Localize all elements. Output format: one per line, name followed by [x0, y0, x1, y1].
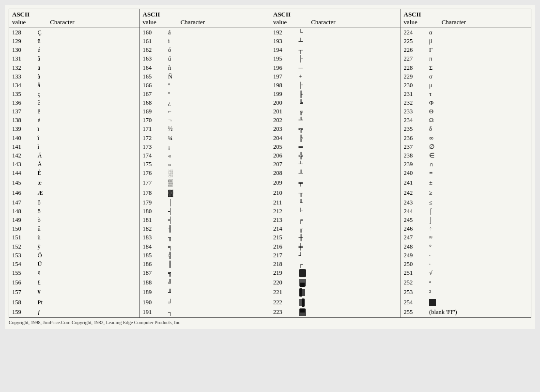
col2-row8-value: 168	[139, 98, 166, 107]
col4-row29-char: ²	[427, 288, 531, 298]
col1-row20-value: 148	[9, 207, 36, 216]
col3-row9-char: ╔	[297, 107, 401, 116]
col1-row26-char: Ü	[36, 260, 140, 268]
col4-row15-value: 239	[401, 160, 427, 169]
col4-row18-char: ≥	[427, 188, 531, 198]
col4-row12-char: ∞	[427, 134, 531, 142]
col1-row30-value: 158	[9, 298, 36, 308]
table-row: 144É176░208╨240≡	[9, 169, 531, 178]
col1-row9-char: ë	[36, 107, 140, 116]
col1-row24-value: 152	[9, 242, 36, 251]
col4-header-value: value	[404, 18, 417, 26]
col4-row9-char: Θ	[427, 107, 531, 116]
col3-row31-char: ▀	[297, 308, 401, 318]
col2-row31-value: 191	[139, 308, 166, 318]
table-row: 158Pt190╛222▐254■	[9, 298, 531, 308]
col1-row5-char: à	[36, 72, 140, 81]
col1-row16-value: 144	[9, 169, 36, 178]
col3-row20-char: ╘	[297, 207, 401, 216]
col2-row27-char: ╗	[166, 268, 270, 278]
table-row: 153Ö185╣217┘249·	[9, 251, 531, 260]
col3-row18-value: 210	[270, 188, 297, 198]
col2-row19-char: │	[166, 198, 270, 207]
col4-row0-char: α	[427, 28, 531, 37]
col4-row25-value: 249	[401, 251, 427, 260]
col4-header-char: Character	[442, 18, 466, 26]
table-row: 133à165Ñ197+229σ	[9, 72, 531, 81]
col2-row7-value: 167	[139, 90, 166, 98]
table-row: 146Æ178▓210╥242≥	[9, 188, 531, 198]
col1-row24-char: ÿ	[36, 242, 140, 251]
col4-row20-value: 244	[401, 207, 427, 216]
col4-row14-value: 238	[401, 151, 427, 160]
col2-row0-char: á	[166, 28, 270, 37]
col1-row1-value: 129	[9, 37, 36, 46]
table-row: 150û182╢214╓246÷	[9, 224, 531, 233]
col3-row15-char: ╧	[297, 160, 401, 169]
col2-row8-char: ¿	[166, 98, 270, 107]
table-row: 155¢187╗219█251√	[9, 268, 531, 278]
col3-row29-char: ▌	[297, 288, 401, 298]
col1-row10-char: è	[36, 116, 140, 125]
col2-row22-char: ╢	[166, 224, 270, 233]
col2-row5-char: Ñ	[166, 72, 270, 81]
col2-row31-char: ┐	[166, 308, 270, 318]
footer-text: Copyright, 1998, JimPrice.Com Copyright,…	[9, 320, 531, 325]
table-row: 139ï171½203╦235δ	[9, 125, 531, 133]
table-row: 149ò181╡213╒245⌡	[9, 216, 531, 224]
col4-row13-char: ∅	[427, 142, 531, 151]
col1-row31-value: 159	[9, 308, 36, 318]
col3-row2-char: ┬	[297, 46, 401, 54]
col3-row18-char: ╥	[297, 188, 401, 198]
col2-row1-value: 161	[139, 37, 166, 46]
col3-row19-char: ╙	[297, 198, 401, 207]
col4-row27-char: √	[427, 268, 531, 278]
col1-row22-value: 150	[9, 224, 36, 233]
col3-row15-value: 207	[270, 160, 297, 169]
col1-row4-value: 132	[9, 63, 36, 72]
col1-row23-value: 151	[9, 233, 36, 242]
col2-row14-value: 174	[139, 151, 166, 160]
col4-row17-char: ±	[427, 178, 531, 188]
col4-header-title: ASCII	[404, 11, 528, 18]
col3-row0-value: 192	[270, 28, 297, 37]
col1-row11-char: ï	[36, 125, 140, 133]
col4-row8-value: 232	[401, 98, 427, 107]
col3-row22-value: 214	[270, 224, 297, 233]
table-row: 143Å175»207╧239∩	[9, 160, 531, 169]
col2-row12-value: 172	[139, 134, 166, 142]
page: ASCII value Character ASCII value Charac…	[5, 5, 535, 329]
col3-row31-value: 223	[270, 308, 297, 318]
col4-row23-value: 247	[401, 233, 427, 242]
col4-row2-char: Γ	[427, 46, 531, 54]
col2-row23-char: ╖	[166, 233, 270, 242]
col2-row12-char: ¼	[166, 134, 270, 142]
col3-row8-value: 200	[270, 98, 297, 107]
col3-row7-char: ╟	[297, 90, 401, 98]
table-row: 134å166ª198╞230μ	[9, 81, 531, 90]
col1-header-title: ASCII	[12, 11, 137, 18]
col2-row20-value: 180	[139, 207, 166, 216]
col2-row27-value: 187	[139, 268, 166, 278]
col3-row13-char: ═	[297, 142, 401, 151]
col2-row23-value: 183	[139, 233, 166, 242]
col3-row5-char: +	[297, 72, 401, 81]
col3-row10-value: 202	[270, 116, 297, 125]
col3-row19-value: 211	[270, 198, 297, 207]
col4-row29-value: 253	[401, 288, 427, 298]
col4-row6-value: 230	[401, 81, 427, 90]
col3-row3-value: 195	[270, 54, 297, 63]
col4-row12-value: 236	[401, 134, 427, 142]
col3-row16-char: ╨	[297, 169, 401, 178]
col4-row6-char: μ	[427, 81, 531, 90]
col1-row18-value: 146	[9, 188, 36, 198]
col2-row1-char: í	[166, 37, 270, 46]
col2-row28-char: ╝	[166, 278, 270, 288]
col2-row29-char: ╜	[166, 288, 270, 298]
col3-row28-value: 220	[270, 278, 297, 288]
table-row: 136ê168¿200╚232Φ	[9, 98, 531, 107]
col1-row23-char: ù	[36, 233, 140, 242]
table-row: 141ì173¡205═237∅	[9, 142, 531, 151]
col2-row3-value: 163	[139, 54, 166, 63]
table-row: 129ü161í193┴225β	[9, 37, 531, 46]
